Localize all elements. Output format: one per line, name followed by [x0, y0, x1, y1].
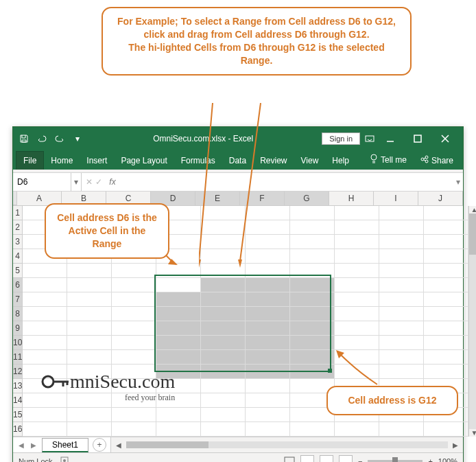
- sheet-tab-sheet1[interactable]: Sheet1: [42, 438, 88, 452]
- cell-I10[interactable]: [379, 336, 424, 350]
- display-settings-icon[interactable]: [284, 457, 295, 462]
- cell-G7[interactable]: [290, 292, 335, 307]
- cell-G5[interactable]: [290, 264, 335, 278]
- cell-D15[interactable]: [156, 408, 201, 422]
- row-header-15[interactable]: 15: [13, 408, 23, 422]
- qat-customize-dropdown-icon[interactable]: ▾: [71, 132, 84, 146]
- cell-E7[interactable]: [201, 292, 246, 307]
- cell-A11[interactable]: [23, 350, 67, 365]
- zoom-in-button[interactable]: +: [428, 457, 432, 462]
- cell-B8[interactable]: [67, 307, 112, 321]
- tellme-box[interactable]: Tell me: [363, 150, 414, 170]
- row-header-1[interactable]: 1: [13, 206, 23, 220]
- zoom-slider-thumb[interactable]: [392, 457, 398, 462]
- cell-E16[interactable]: [201, 422, 246, 437]
- row-header-5[interactable]: 5: [13, 264, 23, 278]
- cell-D9[interactable]: [156, 321, 201, 336]
- name-box-dropdown-icon[interactable]: ▾: [71, 173, 82, 191]
- cell-I7[interactable]: [379, 292, 424, 307]
- cell-B9[interactable]: [67, 321, 112, 336]
- cell-I16[interactable]: [379, 422, 424, 437]
- cell-C15[interactable]: [112, 408, 156, 422]
- cell-G16[interactable]: [290, 422, 335, 437]
- cell-A15[interactable]: [23, 408, 67, 422]
- cell-C11[interactable]: [112, 350, 156, 365]
- cell-F6[interactable]: [246, 278, 290, 292]
- cell-F9[interactable]: [246, 321, 290, 336]
- undo-icon[interactable]: [35, 132, 49, 146]
- scroll-left-icon[interactable]: ◀: [114, 441, 123, 449]
- cell-J2[interactable]: [424, 220, 468, 235]
- cell-E11[interactable]: [201, 350, 246, 365]
- cell-F14[interactable]: [246, 393, 290, 408]
- cell-C6[interactable]: [112, 278, 156, 292]
- cell-E15[interactable]: [201, 408, 246, 422]
- cell-I2[interactable]: [379, 220, 424, 235]
- column-header-H[interactable]: H: [329, 192, 374, 205]
- cell-E12[interactable]: [201, 365, 246, 379]
- row-header-8[interactable]: 8: [13, 307, 23, 321]
- cell-D6[interactable]: [156, 278, 201, 292]
- cell-C7[interactable]: [112, 292, 156, 307]
- cell-I5[interactable]: [379, 264, 424, 278]
- row-header-11[interactable]: 11: [13, 350, 23, 365]
- cell-E13[interactable]: [201, 379, 246, 393]
- cell-D8[interactable]: [156, 307, 201, 321]
- cell-J11[interactable]: [424, 350, 468, 365]
- cell-G9[interactable]: [290, 321, 335, 336]
- cell-F15[interactable]: [246, 408, 290, 422]
- cell-B16[interactable]: [67, 422, 112, 437]
- new-sheet-button[interactable]: +: [93, 438, 106, 452]
- formula-expand-icon[interactable]: ▾: [453, 177, 463, 187]
- ribbon-options-icon[interactable]: [363, 132, 377, 146]
- column-header-J[interactable]: J: [418, 192, 463, 205]
- scroll-up-icon[interactable]: ▲: [469, 206, 476, 213]
- cell-H3[interactable]: [335, 235, 379, 249]
- maximize-button[interactable]: [404, 127, 431, 150]
- cell-J10[interactable]: [424, 336, 468, 350]
- cell-A16[interactable]: [23, 422, 67, 437]
- cell-B7[interactable]: [67, 292, 112, 307]
- cell-J6[interactable]: [424, 278, 468, 292]
- cell-C16[interactable]: [112, 422, 156, 437]
- cell-J9[interactable]: [424, 321, 468, 336]
- cell-B11[interactable]: [67, 350, 112, 365]
- hscroll-thumb[interactable]: [126, 441, 209, 448]
- scroll-down-icon[interactable]: ▼: [469, 429, 476, 437]
- tab-help[interactable]: Help: [325, 152, 356, 170]
- zoom-level[interactable]: 100%: [438, 457, 457, 462]
- cell-B6[interactable]: [67, 278, 112, 292]
- cell-D10[interactable]: [156, 336, 201, 350]
- tab-page-layout[interactable]: Page Layout: [114, 152, 174, 170]
- cell-E6[interactable]: [201, 278, 246, 292]
- row-header-3[interactable]: 3: [13, 235, 23, 249]
- name-box[interactable]: D6: [13, 173, 71, 191]
- cell-J1[interactable]: [424, 206, 468, 220]
- cell-F8[interactable]: [246, 307, 290, 321]
- cell-I4[interactable]: [379, 249, 424, 264]
- close-button[interactable]: [431, 127, 459, 150]
- cell-E8[interactable]: [201, 307, 246, 321]
- tab-home[interactable]: Home: [44, 152, 80, 170]
- row-header-4[interactable]: 4: [13, 249, 23, 264]
- cell-A7[interactable]: [23, 292, 67, 307]
- cell-I1[interactable]: [379, 206, 424, 220]
- cell-H1[interactable]: [335, 206, 379, 220]
- column-header-I[interactable]: I: [374, 192, 418, 205]
- cell-F16[interactable]: [246, 422, 290, 437]
- sheet-nav-next-icon[interactable]: ▶: [29, 441, 38, 449]
- signin-button[interactable]: Sign in: [322, 132, 360, 145]
- cell-F7[interactable]: [246, 292, 290, 307]
- cell-H10[interactable]: [335, 336, 379, 350]
- cell-C8[interactable]: [112, 307, 156, 321]
- zoom-out-button[interactable]: −: [358, 457, 362, 462]
- cell-A8[interactable]: [23, 307, 67, 321]
- cell-G10[interactable]: [290, 336, 335, 350]
- cell-E14[interactable]: [201, 393, 246, 408]
- cell-G11[interactable]: [290, 350, 335, 365]
- save-icon[interactable]: [17, 132, 31, 146]
- row-header-2[interactable]: 2: [13, 220, 23, 235]
- vscroll-thumb[interactable]: [469, 213, 476, 255]
- cell-D7[interactable]: [156, 292, 201, 307]
- cell-G8[interactable]: [290, 307, 335, 321]
